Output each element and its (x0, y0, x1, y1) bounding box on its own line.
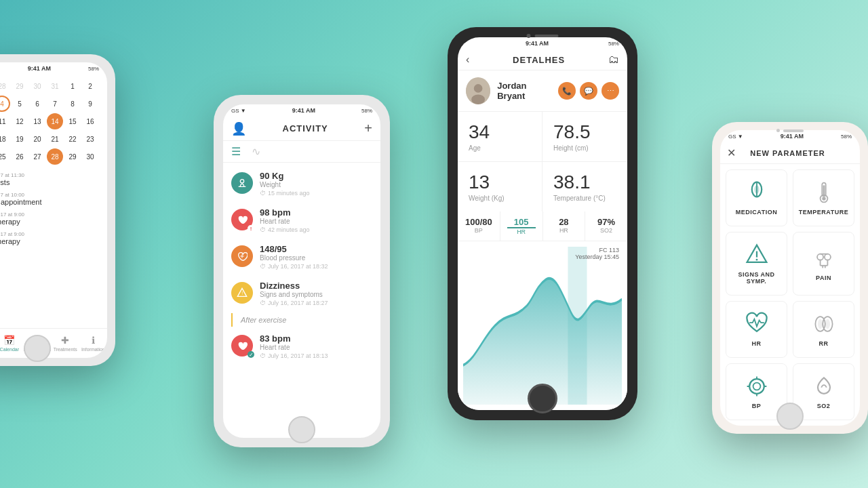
nav-treatments-label: Treatments (54, 347, 77, 352)
clock-icon: ⏱ (260, 190, 266, 197)
phone-activity: GS ▼ 9:41 AM 58% 👤 ACTIVITY + ☰ ∿ (214, 95, 390, 447)
vital-so2-label: SO2 (592, 227, 620, 234)
chart-svg (463, 247, 622, 405)
details-title: DETALHES (469, 55, 608, 65)
fc-label: FC 113 (599, 247, 619, 253)
newparam-grid: MEDICATION TEMPERATURE (720, 164, 860, 426)
vital-hr[interactable]: 105 HR (500, 211, 543, 241)
activity-back-icon[interactable]: 👤 (231, 121, 246, 136)
cal-day-15[interactable]: 15 (64, 113, 81, 129)
cal-day-11[interactable]: 11 (0, 113, 10, 129)
svg-rect-10 (823, 185, 825, 196)
cal-day-13[interactable]: 13 (29, 113, 45, 129)
vital-so2-value: 97% (592, 217, 620, 227)
cal-day-21[interactable]: 21 (47, 131, 63, 147)
svg-point-3 (474, 84, 483, 93)
vital-bp[interactable]: 100/80 BP (458, 211, 500, 241)
temperature-icon (812, 180, 836, 205)
cal-day-29[interactable]: 29 (64, 148, 81, 165)
phone4-home-button[interactable] (776, 403, 804, 430)
cal-day-16[interactable]: 16 (82, 113, 98, 129)
patient-actions: 📞 💬 ⋯ (558, 82, 619, 100)
activity-item-hr1: ! 98 bpm Heart rate ⏱ 42 minutes ago (223, 202, 380, 239)
param-medication[interactable]: MEDICATION (726, 169, 787, 226)
newparam-close-button[interactable]: ✕ (727, 146, 736, 159)
calendar-event-4: April 28, 2017 at 9:00 Physiotherapy (0, 231, 102, 245)
stat-weight-label: Weight (Kg) (469, 195, 531, 202)
cal-day-6[interactable]: 6 (29, 96, 45, 112)
activity-item-hr2: ✓ 83 bpm Heart rate ⏱ July 16, 2017 at 1… (223, 328, 380, 365)
cal-day-4[interactable]: 4 (0, 96, 10, 112)
cal-day-22[interactable]: 22 (64, 131, 81, 147)
cal-day-2[interactable]: 2 (82, 78, 98, 94)
cal-day-19[interactable]: 19 (12, 131, 28, 147)
stat-temp: 38.1 Temperature (°C) (542, 162, 627, 211)
phone2-home-button[interactable] (288, 416, 315, 443)
cal-day-8[interactable]: 8 (64, 96, 81, 112)
cal-day-23[interactable]: 23 (82, 131, 98, 147)
rr-icon (812, 312, 836, 336)
param-rr[interactable]: RR (793, 301, 854, 358)
param-signs[interactable]: SIGNS AND SYMP. (726, 232, 787, 296)
vital-rr[interactable]: 28 HR (543, 211, 586, 241)
event4-title: Physiotherapy (0, 237, 102, 245)
calendar-event-3: April 14, 2017 at 9:00 Physiotherapy (0, 211, 102, 226)
activity-add-icon[interactable]: + (364, 121, 372, 136)
pain-icon (812, 246, 836, 270)
vital-so2[interactable]: 97% SO2 (585, 211, 627, 241)
patient-name: Jordan Bryant (497, 81, 551, 101)
cal-day-1[interactable]: 1 (64, 78, 81, 94)
activity-tab-list[interactable]: ☰ (231, 145, 241, 158)
vital-hr-value: 105 (507, 217, 536, 228)
bp-label: BP (752, 403, 762, 409)
phone3-home-button[interactable] (528, 384, 557, 413)
newparam-screen: GS ▼ 9:41 AM 58% ✕ NEW PARAMETER MEDICAT… (720, 130, 860, 426)
nav-calendar[interactable]: 📅 Calendar (0, 335, 23, 352)
cal-day-5[interactable]: 5 (12, 96, 28, 112)
calendar-event-2: April 5, 2017 at 10:00 Medical appointme… (0, 192, 102, 206)
cal-day-28-highlighted[interactable]: 28 (47, 148, 63, 165)
svg-point-26 (749, 379, 764, 394)
phone3-screen: 9:41 AM 58% ‹ DETALHES 🗂 Jordan Bryant (458, 37, 627, 410)
event1-title: Blood tests (0, 178, 102, 186)
cal-day-7[interactable]: 7 (47, 96, 63, 112)
event4-date: April 28, 2017 at 9:00 (0, 231, 102, 237)
details-menu-button[interactable]: 🗂 (608, 54, 619, 66)
activity-list: 90 Kg Weight ⏱ 15 minutes ago ! 98 bpm (223, 163, 380, 438)
nav-treatments[interactable]: ✚ Treatments (52, 335, 79, 352)
cal-day-9[interactable]: 9 (82, 96, 98, 112)
patient-action-more[interactable]: ⋯ (601, 82, 619, 100)
activity-tab-chart[interactable]: ∿ (252, 145, 260, 158)
dizziness-value: Dizziness (260, 281, 372, 291)
dizziness-content: Dizziness Signs and symptoms ⏱ July 16, … (260, 281, 372, 306)
stat-temp-label: Temperature (°C) (553, 195, 616, 202)
phone1-home-button[interactable] (24, 335, 51, 362)
hr1-content: 98 bpm Heart rate ⏱ 42 minutes ago (260, 207, 372, 233)
status-bar-3: 9:41 AM 58% (458, 37, 627, 49)
cal-day-30[interactable]: 30 (82, 148, 98, 165)
param-hr[interactable]: HR (726, 301, 787, 358)
battery-2: 58% (361, 108, 372, 114)
nav-information[interactable]: ℹ Information (79, 335, 107, 352)
newparam-title: NEW PARAMETER (736, 149, 840, 157)
patient-action-message[interactable]: 💬 (580, 82, 597, 100)
bp-icon (745, 374, 769, 399)
temperature-label: TEMPERATURE (799, 209, 848, 216)
param-pain[interactable]: PAIN (793, 232, 854, 296)
cal-day-27[interactable]: 27 (29, 148, 45, 165)
phone-details: 9:41 AM 58% ‹ DETALHES 🗂 Jordan Bryant (448, 27, 637, 420)
cal-day-18[interactable]: 18 (0, 131, 10, 147)
cal-day-20[interactable]: 20 (29, 131, 45, 147)
nav-calendar-label: Calendar (0, 347, 19, 352)
cal-day-12[interactable]: 12 (12, 113, 28, 129)
cal-day-25[interactable]: 25 (0, 148, 10, 165)
cal-day-14-highlighted[interactable]: 14 (47, 113, 63, 129)
calendar-week4: 24 25 26 27 28 29 30 (0, 148, 102, 165)
patient-action-phone[interactable]: 📞 (558, 82, 576, 100)
stat-age-value: 34 (469, 121, 531, 143)
svg-point-14 (817, 254, 823, 260)
event2-date: April 5, 2017 at 10:00 (0, 192, 102, 198)
cal-day-26[interactable]: 26 (12, 148, 28, 165)
stat-age: 34 Age (458, 112, 542, 162)
param-temperature[interactable]: TEMPERATURE (793, 169, 854, 226)
